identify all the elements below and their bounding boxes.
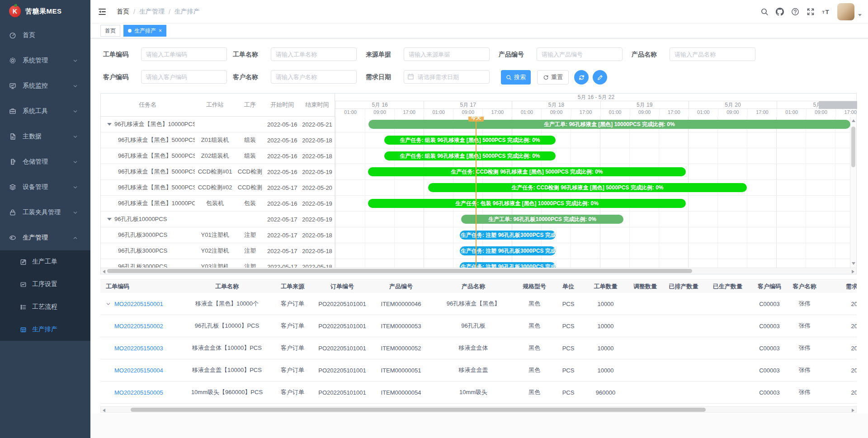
table-cell: 客户订单	[272, 366, 313, 374]
search-icon[interactable]	[760, 8, 769, 16]
gantt-hour-label: 17:00	[747, 109, 777, 116]
table-cell: PCS	[552, 389, 584, 396]
sidebar-item-warehouse-management[interactable]: 仓储管理	[0, 149, 90, 174]
work-order-link[interactable]: MO202205150005	[114, 389, 163, 396]
sidebar-item-system-monitor[interactable]: 系统监控	[0, 73, 90, 99]
table-horizontal-scrollbar[interactable]	[100, 406, 857, 413]
gantt-process: 组装	[235, 152, 264, 160]
gantt-process: 注塑	[235, 247, 264, 255]
gantt-end-date: 2022-05-19	[300, 216, 335, 223]
sidebar-item-system-tools[interactable]: 系统工具	[0, 99, 90, 124]
close-icon[interactable]: ×	[159, 28, 162, 33]
sidebar-item-home[interactable]: 首页	[0, 23, 90, 48]
dashboard-icon	[9, 32, 16, 39]
sidebar-item-production-management[interactable]: 生产管理	[0, 225, 90, 250]
work-order-name-input[interactable]	[271, 47, 357, 61]
search-button[interactable]: 搜索	[501, 70, 531, 85]
table-cell: 张伟	[788, 366, 821, 374]
edit-schedule-button[interactable]	[593, 70, 607, 85]
task-name-text: 96孔移液盒【黑色】10000PCS	[118, 199, 195, 207]
breadcrumb-item[interactable]: 首页	[117, 8, 129, 16]
gantt-hour-label: 01:00	[777, 109, 806, 116]
fullscreen-icon[interactable]	[807, 8, 815, 16]
work-order-link[interactable]: MO202205150003	[114, 345, 163, 352]
sidebar-item-process-flow[interactable]: 工艺流程	[0, 296, 90, 318]
table-cell: 96孔孔板【10000】PCS	[182, 322, 272, 330]
scroll-down-arrow[interactable]	[852, 262, 855, 265]
gantt-hour-label: 01:00	[335, 109, 365, 116]
triangle-down-icon[interactable]	[107, 218, 112, 221]
table-column-header: 工单名称	[182, 283, 272, 291]
work-order-code-input[interactable]	[141, 47, 227, 61]
sidebar-item-production-scheduling[interactable]: 生产排产	[0, 318, 90, 341]
table-cell: 黑色	[516, 366, 552, 374]
scroll-right-arrow[interactable]	[852, 270, 854, 273]
caret-down-icon[interactable]	[858, 14, 862, 16]
table-cell: 客户订单	[272, 388, 313, 396]
product-name-input[interactable]	[670, 47, 755, 61]
customer-code-input[interactable]	[141, 70, 227, 84]
scroll-up-arrow[interactable]	[852, 119, 855, 122]
gantt-bar-task[interactable]: 生产任务: 注塑 96孔孔板3000PCS 完成比例: 0%	[460, 262, 556, 268]
sidebar-item-process-setting[interactable]: 工序设置	[0, 273, 90, 296]
gantt-bar-work-order[interactable]: 生产工单: 96孔孔板10000PCS 完成比例: 0%	[461, 215, 623, 224]
gantt-bar-task[interactable]: 生产任务: 组装 96孔移液盒 [黑色] 5000PCS 完成比例: 0%	[384, 136, 556, 145]
gantt-bar-task[interactable]: 生产任务: CCD检测 96孔移液盒 [黑色] 5000PCS 完成比例: 0%	[368, 167, 686, 176]
tab-active[interactable]: 生产排产×	[123, 25, 166, 37]
gantt-bar-task[interactable]: 生产任务: 组装 96孔移液盒 [黑色] 5000PCS 完成比例: 0%	[384, 151, 556, 160]
font-size-icon[interactable]: TT	[822, 8, 830, 16]
gantt-day-label: 5月 18	[512, 101, 600, 109]
scroll-right-arrow[interactable]	[852, 409, 854, 412]
gantt-end-date: 2022-05-18	[300, 153, 335, 160]
task-name-text: 96孔移液盒【黑色】5000PCS	[118, 136, 195, 144]
gantt-task-row: 96孔孔板10000PCS2022-05-172022-05-19	[101, 212, 335, 227]
customer-name-input[interactable]	[271, 70, 357, 84]
gantt-horizontal-scroll-thumb[interactable]	[107, 269, 692, 273]
sidebar-menu: 首页系统管理系统监控系统工具主数据仓储管理设备管理工装夹具管理生产管理生产工单工…	[0, 23, 90, 341]
sidebar-item-production-work-order[interactable]: 生产工单	[0, 250, 90, 273]
gantt-start-date: 2022-05-17	[264, 232, 300, 239]
gantt-chart-area: 今天 生产工单: 96孔移液盒 [黑色] 10000PCS 完成比例: 0%生产…	[335, 117, 851, 268]
table-cell: 黑色	[516, 322, 552, 330]
gantt-horizontal-scrollbar[interactable]	[101, 268, 856, 274]
github-icon[interactable]	[776, 8, 784, 16]
scroll-left-arrow[interactable]	[103, 270, 105, 273]
avatar[interactable]	[837, 3, 854, 20]
breadcrumb-item[interactable]: 生产管理	[139, 8, 165, 16]
sidebar-item-fixture-management[interactable]: 工装夹具管理	[0, 200, 90, 225]
gantt-end-date: 2022-05-19	[300, 169, 335, 175]
work-order-link[interactable]: MO202205150001	[114, 301, 163, 307]
gantt-bar-task[interactable]: 生产任务: 注塑 96孔孔板3000PCS 完成比例: 0%	[460, 231, 556, 240]
gantt-bar-work-order[interactable]: 生产工单: 96孔移液盒 [黑色] 10000PCS 完成比例: 0%	[368, 120, 850, 129]
gantt-start-date: 2022-05-17	[264, 184, 300, 191]
logo: K 苦糖果MES	[0, 0, 90, 23]
table-cell: 客户订单	[272, 300, 313, 308]
work-order-link[interactable]: MO202205150002	[114, 323, 163, 330]
demand-date-input[interactable]	[404, 70, 490, 84]
sidebar-toggle-icon[interactable]	[98, 7, 107, 16]
sync-button[interactable]	[574, 70, 589, 85]
sidebar-item-master-data[interactable]: 主数据	[0, 124, 90, 149]
sidebar-item-equipment-management[interactable]: 设备管理	[0, 174, 90, 200]
table-horizontal-scroll-thumb[interactable]	[131, 408, 706, 412]
gantt-task-row: 96孔移液盒【黑色】10000PCS2022-05-162022-05-21	[101, 117, 335, 132]
gantt-bar-task[interactable]: 生产任务: 注塑 96孔孔板3000PCS 完成比例: 0%	[460, 246, 556, 255]
tab-home[interactable]: 首页	[100, 25, 120, 37]
table-cell: ITEM00000052	[372, 345, 430, 352]
sidebar-item-system-management[interactable]: 系统管理	[0, 48, 90, 73]
gantt-hour-label: 09:00	[453, 109, 482, 116]
help-icon[interactable]	[791, 8, 799, 16]
source-doc-input[interactable]	[404, 47, 490, 61]
reset-button[interactable]: 重置	[537, 70, 569, 85]
product-code-input[interactable]	[537, 47, 623, 61]
gantt-vertical-scroll-thumb[interactable]	[851, 127, 855, 167]
gantt-workstation: Z02组装机	[195, 152, 236, 160]
table-column-header: 订单编号	[313, 283, 372, 291]
triangle-down-icon[interactable]	[107, 123, 112, 126]
scroll-left-arrow[interactable]	[103, 409, 105, 412]
gantt-bar-task[interactable]: 生产任务: 包装 96孔移液盒 [黑色] 10000PCS 完成比例: 0%	[368, 199, 686, 208]
work-order-link[interactable]: MO202205150004	[114, 367, 163, 374]
gantt-process: 组装	[235, 136, 264, 144]
gantt-vertical-scrollbar[interactable]	[850, 117, 856, 268]
chevron-down-icon[interactable]	[106, 301, 111, 306]
